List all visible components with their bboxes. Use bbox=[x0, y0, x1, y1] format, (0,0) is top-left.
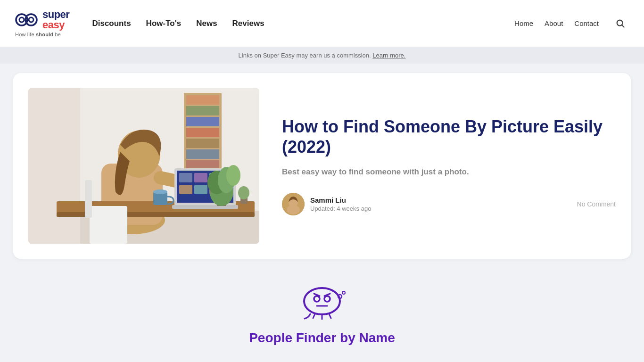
author-avatar bbox=[282, 193, 305, 215]
author-updated: Updated: 4 weeks ago bbox=[310, 205, 371, 212]
svg-rect-28 bbox=[179, 185, 192, 194]
logo-circles bbox=[15, 9, 40, 30]
header-right: Home About Contact bbox=[514, 15, 629, 32]
main-nav: Discounts How-To's News Reviews bbox=[92, 17, 264, 30]
nav-item-discounts[interactable]: Discounts bbox=[92, 17, 131, 30]
svg-line-56 bbox=[329, 314, 331, 318]
svg-point-33 bbox=[153, 189, 167, 194]
logo[interactable]: super easy How life should be bbox=[15, 9, 69, 37]
article-title: How to Find Someone By Picture Easily (2… bbox=[282, 116, 616, 157]
svg-rect-42 bbox=[85, 180, 92, 218]
people-finder-title: People Finder by Name bbox=[249, 330, 395, 346]
svg-rect-9 bbox=[28, 88, 80, 244]
svg-point-47 bbox=[314, 296, 320, 302]
svg-point-53 bbox=[342, 291, 345, 294]
svg-point-4 bbox=[617, 20, 623, 25]
article-subtitle: Best easy way to find someone with just … bbox=[282, 166, 616, 178]
svg-line-5 bbox=[622, 25, 624, 27]
avatar-svg bbox=[282, 193, 305, 215]
header-left: super easy How life should be Discounts … bbox=[15, 9, 264, 37]
main-content: How to Find Someone By Picture Easily (2… bbox=[0, 64, 644, 360]
article-info: How to Find Someone By Picture Easily (2… bbox=[282, 116, 616, 215]
svg-rect-15 bbox=[186, 139, 219, 148]
article-meta: Sammi Liu Updated: 4 weeks ago No Commen… bbox=[282, 193, 616, 215]
search-icon bbox=[615, 18, 626, 29]
secondary-nav-home[interactable]: Home bbox=[514, 19, 533, 27]
svg-rect-26 bbox=[194, 173, 207, 182]
image-scene bbox=[28, 88, 259, 244]
commission-bar: Links on Super Easy may earn us a commis… bbox=[0, 47, 644, 64]
scene-svg bbox=[28, 88, 259, 244]
svg-rect-31 bbox=[172, 205, 238, 209]
svg-point-45 bbox=[287, 205, 300, 214]
learn-more-link[interactable]: Learn more. bbox=[372, 52, 405, 59]
svg-rect-41 bbox=[90, 206, 127, 244]
author-name: Sammi Liu bbox=[310, 196, 371, 204]
svg-point-46 bbox=[304, 288, 340, 314]
svg-point-1 bbox=[19, 17, 24, 22]
svg-point-38 bbox=[226, 165, 240, 186]
svg-rect-29 bbox=[194, 185, 207, 194]
svg-line-54 bbox=[313, 314, 315, 318]
svg-point-3 bbox=[29, 17, 33, 22]
nav-item-reviews[interactable]: Reviews bbox=[232, 17, 264, 30]
svg-point-40 bbox=[238, 186, 249, 199]
svg-rect-16 bbox=[186, 149, 219, 159]
nav-item-howtos[interactable]: How-To's bbox=[146, 17, 182, 30]
secondary-nav-about[interactable]: About bbox=[545, 19, 563, 27]
bottom-section: People Finder by Name bbox=[13, 274, 631, 350]
logo-super-text: super bbox=[42, 9, 69, 20]
search-button[interactable] bbox=[612, 15, 629, 32]
svg-rect-25 bbox=[179, 173, 192, 182]
nav-item-news[interactable]: News bbox=[196, 17, 217, 30]
article-card: How to Find Someone By Picture Easily (2… bbox=[13, 73, 631, 259]
finder-icon bbox=[296, 283, 348, 321]
svg-point-52 bbox=[338, 295, 342, 298]
secondary-nav-contact[interactable]: Contact bbox=[574, 19, 599, 27]
no-comment-label: No Comment bbox=[577, 200, 616, 208]
secondary-nav: Home About Contact bbox=[514, 19, 599, 27]
logo-tagline: How life should be bbox=[15, 32, 61, 37]
article-hero-image bbox=[28, 88, 259, 244]
logo-icon: super easy bbox=[15, 9, 69, 30]
svg-point-48 bbox=[324, 296, 330, 302]
svg-rect-12 bbox=[186, 106, 219, 115]
author-details: Sammi Liu Updated: 4 weeks ago bbox=[310, 196, 371, 212]
author-info: Sammi Liu Updated: 4 weeks ago bbox=[282, 193, 371, 215]
logo-svg bbox=[15, 9, 40, 30]
svg-rect-14 bbox=[186, 128, 219, 137]
site-header: super easy How life should be Discounts … bbox=[0, 0, 644, 47]
svg-rect-13 bbox=[186, 117, 219, 126]
logo-easy-text: easy bbox=[42, 20, 69, 30]
svg-rect-11 bbox=[186, 95, 219, 105]
logo-text-group: super easy bbox=[42, 9, 69, 30]
